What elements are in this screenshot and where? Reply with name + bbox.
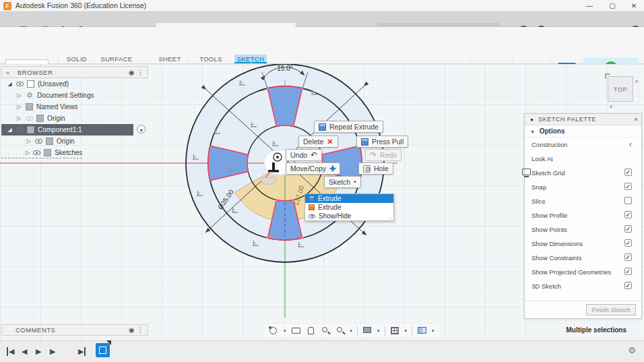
sketch-grid-checkbox[interactable] [624, 169, 632, 176]
navigation-bar: ▾ ▾ ▾ ▾ ▾ [265, 324, 439, 337]
sketch-palette-panel: ● SKETCH PALETTE » ▼ Options Constructio… [524, 113, 642, 319]
step-back-button[interactable]: ◀ [22, 347, 27, 356]
eye-icon [309, 214, 315, 218]
slice-checkbox[interactable] [624, 197, 632, 204]
play-button[interactable]: ▶ [36, 347, 41, 356]
zoom-icon[interactable] [321, 326, 331, 336]
submenu-extrude[interactable]: Extrude [305, 203, 393, 212]
expand-panel-icon[interactable]: » [634, 114, 638, 125]
panel-options-icon[interactable]: ◉ [129, 69, 135, 76]
palette-section-options[interactable]: ▼ Options [525, 125, 641, 138]
panel-options-icon[interactable]: ◉ [129, 326, 135, 334]
collapse-icon[interactable]: ▷ [26, 150, 30, 156]
tree-item-component-origin[interactable]: ▷ Origin [1, 135, 148, 147]
tree-item-document[interactable]: ◢ (Unsaved) [1, 78, 148, 90]
pan-hand-icon[interactable] [306, 326, 316, 336]
visibility-eye-icon[interactable] [16, 127, 24, 132]
visibility-eye-icon[interactable] [35, 139, 42, 144]
collapse-panel-icon[interactable]: « [6, 69, 10, 76]
browser-title: BROWSER [18, 69, 53, 76]
menu-undo[interactable]: Undo ↶ [286, 149, 322, 161]
viewcube[interactable]: TOP [608, 76, 633, 102]
scroll-down-icon[interactable]: ⌄ [388, 215, 392, 220]
show-dimensions-checkbox[interactable] [624, 239, 632, 247]
finish-sketch-palette-button[interactable]: Finish Sketch [586, 304, 636, 315]
title-bar: F Autodesk Fusion 360 (Education License… [0, 0, 644, 11]
chevron-down-icon[interactable]: ▾ [405, 328, 408, 334]
show-profile-checkbox[interactable] [624, 211, 632, 218]
visibility-eye-icon[interactable] [16, 82, 24, 86]
menu-move-copy[interactable]: Move/Copy ✚ [286, 162, 340, 175]
snap-checkbox[interactable] [624, 183, 632, 190]
redo-arrow-icon: ↷ [370, 150, 377, 160]
tree-item-label: Sketches [55, 149, 82, 156]
palette-item-look-at[interactable]: Look At [525, 152, 641, 166]
sketches-icon [44, 149, 51, 156]
look-at-camera-icon[interactable] [291, 326, 301, 336]
step-forward-button[interactable]: ▶ [50, 347, 55, 356]
hole-icon [363, 165, 371, 173]
chevron-down-icon[interactable]: ▾ [432, 328, 434, 334]
3d-sketch-checkbox[interactable] [624, 282, 632, 289]
menu-press-pull[interactable]: Press Pull [356, 135, 408, 148]
divider [412, 326, 412, 336]
minimize-button[interactable]: — [581, 1, 598, 11]
collapse-icon[interactable]: ▷ [26, 138, 32, 144]
fusion-logo-icon: F [3, 2, 11, 10]
submenu-extrude-highlighted[interactable]: Extrude [305, 194, 393, 203]
maximize-button[interactable]: ▢ [604, 1, 621, 11]
palette-item-sketch-grid: Sketch Grid [525, 166, 641, 180]
expand-icon[interactable]: ◢ [7, 81, 13, 87]
chevron-down-icon[interactable]: ▾ [377, 328, 380, 334]
activate-component-radio[interactable]: ● [137, 125, 146, 133]
chevron-down-icon[interactable]: ▾ [284, 328, 286, 334]
construction-icon[interactable]: ‹ [629, 140, 632, 148]
show-projected-checkbox[interactable] [624, 268, 632, 275]
go-to-start-button[interactable]: ◀ [7, 347, 14, 356]
show-constraints-checkbox[interactable] [624, 253, 632, 261]
tree-item-origin[interactable]: ▷ Origin [1, 113, 148, 124]
orbit-icon[interactable] [269, 326, 279, 336]
timeline-sketch-feature[interactable] [96, 343, 110, 357]
menu-delete[interactable]: Delete ✕ [298, 135, 338, 148]
grid-settings-icon[interactable] [390, 326, 400, 336]
timeline-gear-icon[interactable]: ⚙ [628, 345, 636, 355]
tree-item-component[interactable]: ◢ Component1:1 ● [1, 124, 133, 135]
viewcube-x-axis-label: x [635, 78, 638, 84]
tree-item-named-views[interactable]: ▷ Named Views [1, 101, 148, 113]
tree-item-document-settings[interactable]: ▷ ⚙ Document Settings [1, 90, 148, 101]
tree-item-label: Component1:1 [38, 126, 82, 133]
zoom-window-icon[interactable] [335, 326, 346, 336]
menu-repeat-extrude[interactable]: Repeat Extrude [314, 121, 383, 133]
menu-hole[interactable]: Hole [358, 162, 393, 175]
display-settings-icon[interactable] [362, 326, 373, 336]
expand-icon[interactable]: ◢ [7, 127, 13, 133]
viewports-icon[interactable] [417, 326, 427, 336]
palette-item-show-constraints: Show Constraints [525, 251, 641, 265]
comments-panel[interactable]: COMMENTS ◉ ⋮ [1, 324, 148, 336]
window-title: Autodesk Fusion 360 (Education License) [15, 1, 146, 9]
gear-icon: ⚙ [26, 91, 34, 100]
palette-item-construction[interactable]: Construction ‹ [525, 138, 641, 152]
tree-item-sketches[interactable]: ▷ Sketches [1, 147, 82, 158]
collapse-icon[interactable]: ▷ [16, 92, 22, 98]
menu-sketch-dropdown[interactable]: Sketch ▾ [324, 176, 361, 188]
submenu-show-hide[interactable]: Show/Hide [305, 212, 393, 220]
palette-item-show-dimensions: Show Dimensions [525, 237, 641, 251]
close-button[interactable]: ✕ [625, 1, 643, 11]
panel-grip-icon[interactable]: ⋮ [137, 69, 145, 76]
tree-item-label: Origin [57, 138, 75, 145]
visibility-eye-icon[interactable] [33, 150, 40, 155]
palette-header[interactable]: ● SKETCH PALETTE » [525, 114, 641, 125]
show-points-checkbox[interactable] [624, 225, 632, 233]
chevron-down-icon[interactable]: ▾ [350, 328, 353, 334]
chevron-down-icon: ▾ [354, 179, 356, 185]
go-to-end-button[interactable]: ▶ [78, 347, 86, 356]
collapse-icon[interactable]: ▷ [16, 104, 22, 110]
document-icon [27, 80, 34, 88]
panel-grip-icon[interactable]: ⋮ [137, 326, 145, 334]
tab-strip: ▾ ↶ ▾ ↷ ▾ Untitled* ✕ Untitled(1) ✕ + 1 … [0, 11, 644, 27]
browser-header[interactable]: « BROWSER ◉ ⋮ [1, 66, 148, 78]
collapse-icon[interactable]: ▷ [16, 115, 22, 121]
visibility-eye-icon[interactable] [26, 116, 33, 121]
